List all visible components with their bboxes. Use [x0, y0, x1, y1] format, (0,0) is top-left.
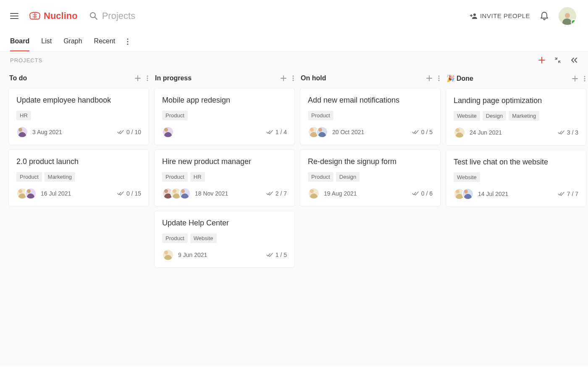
progress-value: 1 / 5	[276, 252, 287, 258]
card-footer: 9 Jun 20211 / 5	[162, 249, 287, 261]
card-tags: ProductHR	[162, 172, 287, 182]
notifications-icon[interactable]	[540, 11, 549, 21]
card-title: Re-design the signup form	[308, 157, 433, 166]
avatar	[16, 126, 28, 138]
app-header: Nuclino INVITE PEOPLE	[0, 0, 588, 32]
add-column-button[interactable]	[538, 57, 545, 64]
column-title: To do	[9, 74, 27, 82]
kanban-card[interactable]: Hire new product managerProductHR18 Nov …	[154, 149, 295, 207]
tab-recent[interactable]: Recent	[94, 32, 116, 51]
avatar	[162, 126, 174, 138]
board-column: To doUpdate employee handbookHR3 Aug 202…	[8, 71, 149, 358]
progress-value: 0 / 10	[126, 129, 141, 135]
card-title: Hire new product manager	[162, 157, 287, 166]
column-emoji-icon: 🎉	[446, 74, 455, 82]
checklist-icon	[266, 191, 273, 196]
card-progress: 0 / 10	[117, 129, 141, 135]
tag: Website	[454, 111, 480, 121]
svg-point-2	[473, 13, 476, 16]
kanban-card[interactable]: Mobile app redesignProduct1 / 4	[154, 88, 295, 145]
card-tags: Website	[454, 172, 578, 182]
progress-value: 0 / 6	[421, 190, 433, 197]
svg-point-0	[90, 13, 95, 18]
column-more-icon[interactable]	[292, 75, 294, 81]
chevrons-right-icon[interactable]	[570, 57, 578, 63]
collapse-icon[interactable]	[554, 57, 561, 64]
column-more-icon[interactable]	[147, 75, 148, 81]
column-header: On hold	[300, 71, 441, 88]
add-card-button[interactable]	[281, 75, 286, 81]
column-more-icon[interactable]	[438, 75, 440, 81]
tag: Design	[483, 111, 506, 121]
kanban-card[interactable]: Test live chat on the websiteWebsite14 J…	[446, 150, 586, 207]
add-card-button[interactable]	[426, 75, 432, 81]
column-header: To do	[8, 71, 149, 88]
avatar	[316, 126, 328, 138]
search-input[interactable]	[102, 11, 228, 21]
card-tags: Product	[162, 111, 287, 120]
user-avatar[interactable]	[559, 7, 576, 25]
search-icon	[89, 12, 98, 20]
person-add-icon	[470, 13, 478, 19]
column-header: 🎉Done	[446, 71, 586, 88]
column-more-icon[interactable]	[584, 76, 585, 82]
tag: Product	[16, 172, 42, 182]
avatar	[162, 249, 174, 261]
kanban-card[interactable]: Landing page optimizationWebsiteDesignMa…	[446, 88, 586, 146]
tab-graph[interactable]: Graph	[63, 32, 82, 51]
card-avatars	[162, 249, 174, 261]
card-date: 19 Aug 2021	[324, 190, 357, 197]
checklist-icon	[412, 130, 419, 135]
svg-point-24	[438, 80, 440, 81]
board-header: PROJECTS	[0, 52, 588, 69]
column-title: 🎉Done	[446, 74, 473, 82]
card-avatars	[16, 126, 28, 138]
avatar	[454, 127, 465, 138]
brand-name: Nuclino	[44, 11, 78, 21]
kanban-card[interactable]: Update employee handbookHR3 Aug 20210 / …	[8, 88, 149, 145]
tab-more-icon[interactable]	[127, 38, 129, 45]
checklist-icon	[266, 130, 273, 135]
card-title: Test live chat on the website	[454, 158, 578, 167]
svg-point-27	[584, 76, 585, 77]
card-avatars	[16, 188, 37, 199]
card-footer: 19 Aug 20210 / 6	[308, 188, 433, 199]
tag: Marketing	[45, 172, 75, 182]
card-tags: WebsiteDesignMarketing	[454, 111, 578, 121]
tag: Marketing	[509, 111, 539, 121]
card-tags: Product	[308, 111, 433, 120]
card-progress: 0 / 5	[412, 129, 433, 135]
card-progress: 2 / 7	[266, 190, 287, 197]
svg-point-28	[584, 78, 585, 79]
invite-people-button[interactable]: INVITE PEOPLE	[470, 12, 530, 19]
checklist-icon	[266, 252, 273, 257]
tab-list[interactable]: List	[41, 32, 52, 51]
card-date: 9 Jun 2021	[178, 252, 207, 258]
add-card-button[interactable]	[572, 76, 578, 82]
kanban-card[interactable]: Re-design the signup formProductDesign19…	[300, 149, 441, 207]
search-box[interactable]	[89, 11, 228, 21]
card-footer: 3 Aug 20210 / 10	[16, 126, 141, 138]
tab-board[interactable]: Board	[10, 32, 29, 51]
menu-icon[interactable]	[10, 11, 20, 21]
card-date: 20 Oct 2021	[332, 129, 364, 135]
tag: Product	[308, 111, 333, 120]
card-progress: 7 / 7	[558, 191, 578, 197]
checklist-icon	[117, 191, 124, 196]
progress-value: 7 / 7	[567, 191, 578, 197]
svg-point-29	[584, 80, 585, 81]
card-footer: 24 Jun 20213 / 3	[454, 127, 578, 138]
tag: Product	[162, 111, 188, 120]
board-column: In progressMobile app redesignProduct1 /…	[154, 71, 295, 358]
tag: HR	[16, 111, 31, 120]
kanban-card[interactable]: 2.0 product launchProductMarketing16 Jul…	[8, 149, 149, 207]
app-logo[interactable]: Nuclino	[29, 11, 78, 21]
card-footer: 1 / 4	[162, 126, 287, 138]
card-footer: 20 Oct 20210 / 5	[308, 126, 433, 138]
add-card-button[interactable]	[135, 75, 141, 81]
kanban-card[interactable]: Add new email notificationsProduct20 Oct…	[300, 88, 441, 145]
kanban-card[interactable]: Update Help CenterProductWebsite9 Jun 20…	[154, 211, 295, 268]
card-avatars	[162, 188, 191, 199]
brain-icon	[29, 11, 41, 21]
card-footer: 14 Jul 20217 / 7	[454, 188, 578, 200]
